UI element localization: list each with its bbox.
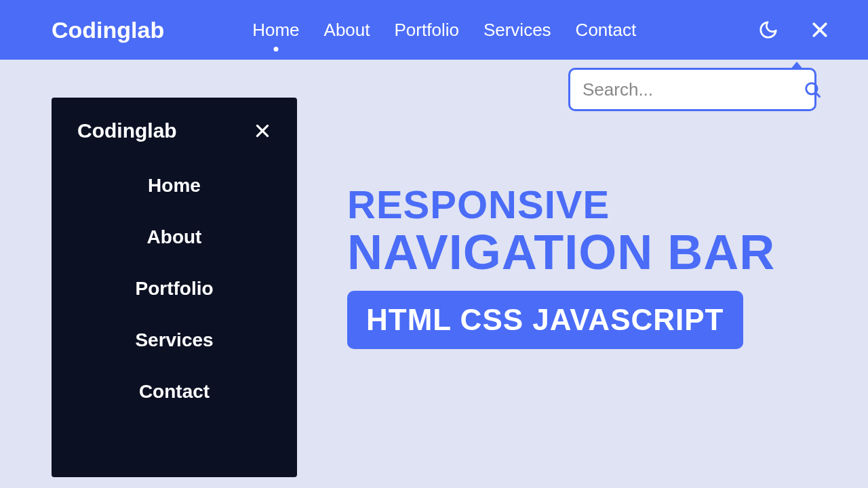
nav-link-home[interactable]: Home [252, 20, 299, 41]
close-icon [254, 122, 271, 140]
svg-line-3 [816, 93, 820, 97]
dark-mode-toggle[interactable] [758, 20, 778, 40]
hero-title-line1: RESPONSIVE [347, 182, 775, 227]
search-input[interactable] [583, 79, 803, 100]
search-close-button[interactable] [810, 20, 830, 40]
nav-link-portfolio[interactable]: Portfolio [395, 20, 459, 41]
top-navbar: Codinglab Home About Portfolio Services … [0, 0, 868, 60]
search-dropdown [568, 68, 816, 111]
nav-links: Home About Portfolio Services Contact [252, 20, 636, 41]
close-icon [810, 20, 830, 40]
brand-logo[interactable]: Codinglab [52, 17, 164, 43]
hero-subtitle-pill: HTML CSS JAVASCRIPT [347, 291, 743, 349]
sidebar-link-home[interactable]: Home [148, 175, 201, 197]
mobile-sidebar: Codinglab Home About Portfolio Services … [52, 98, 297, 477]
sidebar-link-portfolio[interactable]: Portfolio [135, 278, 213, 300]
sidebar-links: Home About Portfolio Services Contact [77, 175, 271, 403]
search-icon [803, 80, 822, 99]
sidebar-link-contact[interactable]: Contact [139, 381, 210, 403]
sidebar-header: Codinglab [77, 119, 271, 142]
sidebar-close-button[interactable] [254, 122, 271, 140]
nav-link-about[interactable]: About [324, 20, 370, 41]
nav-link-services[interactable]: Services [484, 20, 551, 41]
sidebar-link-services[interactable]: Services [135, 329, 213, 351]
nav-link-contact[interactable]: Contact [576, 20, 637, 41]
sidebar-link-about[interactable]: About [147, 226, 202, 248]
sidebar-brand[interactable]: Codinglab [77, 119, 177, 142]
hero-title-line2: NAVIGATION BAR [347, 227, 775, 279]
search-submit-button[interactable] [803, 80, 822, 99]
hero-section: RESPONSIVE NAVIGATION BAR HTML CSS JAVAS… [347, 182, 775, 349]
nav-actions [758, 20, 830, 40]
moon-icon [758, 20, 778, 40]
